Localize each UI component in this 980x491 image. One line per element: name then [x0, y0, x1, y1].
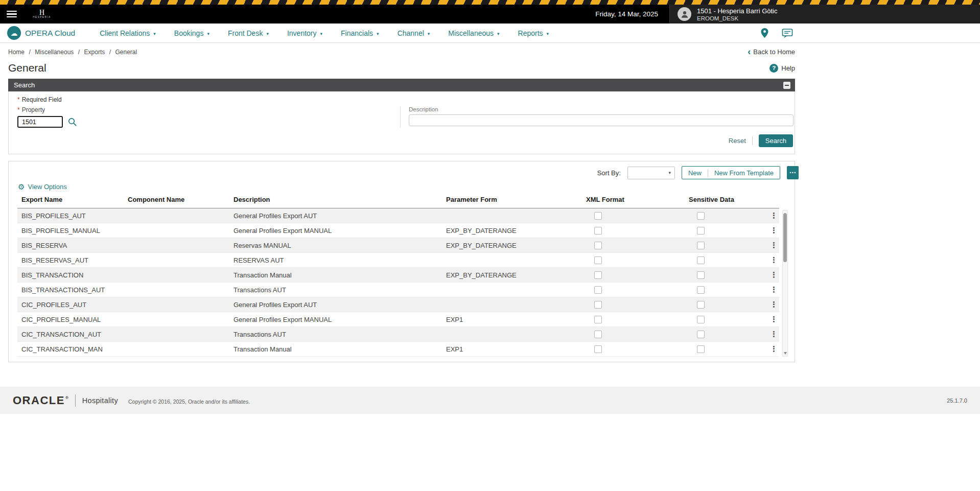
cell-component-name [124, 253, 229, 268]
opera-cloud-logo[interactable]: ☁ OPERA Cloud [7, 26, 75, 40]
location-icon[interactable] [760, 28, 769, 38]
row-actions-icon[interactable]: ⋮ [768, 270, 779, 279]
nav-menu-item[interactable]: Financials ▾ [341, 29, 379, 37]
hamburger-menu-button[interactable] [0, 5, 24, 24]
help-link[interactable]: ? Help [769, 64, 795, 73]
table-row[interactable]: BIS_RESERVA Reservas MANUAL EXP_BY_DATER… [17, 238, 779, 253]
table-row[interactable]: BIS_PROFILES_AUT General Profiles Export… [17, 208, 779, 223]
breadcrumb-separator: / [29, 49, 30, 56]
current-date: Friday, 14 Mar, 2025 [595, 10, 669, 18]
nav-menu-item[interactable]: Client Relations ▾ [100, 29, 156, 37]
xml-format-checkbox[interactable] [594, 242, 602, 249]
cell-description: General Profiles Export AUT [229, 208, 442, 223]
col-sensitive-data: Sensitive Data [685, 193, 764, 208]
col-row-menu [764, 193, 779, 208]
xml-format-checkbox[interactable] [594, 345, 602, 353]
collapse-panel-button[interactable] [783, 82, 790, 89]
table-row[interactable]: CIC_TRANSACTION_MAN Transaction Manual E… [17, 342, 779, 357]
table-row[interactable]: BIS_TRANSACTION Transaction Manual EXP_B… [17, 268, 779, 283]
sensitive-data-checkbox[interactable] [697, 345, 705, 353]
cell-xml-format [582, 312, 685, 327]
sensitive-data-checkbox[interactable] [697, 227, 705, 235]
sensitive-data-checkbox[interactable] [697, 331, 705, 338]
chevron-down-icon: ▾ [668, 170, 671, 175]
table-row[interactable]: BIS_RESERVAS_AUT RESERVAS AUT ⋮ [17, 253, 779, 268]
table-row[interactable]: CIC_TRANSACTION_AUT Transactions AUT ⋮ [17, 327, 779, 342]
col-xml-format: XML Format [582, 193, 685, 208]
search-button[interactable]: Search [759, 134, 793, 147]
xml-format-checkbox[interactable] [594, 256, 602, 264]
xml-format-checkbox[interactable] [594, 301, 602, 309]
xml-format-checkbox[interactable] [594, 316, 602, 323]
sensitive-data-checkbox[interactable] [697, 271, 705, 279]
description-field: Description [401, 106, 795, 128]
scrollbar-down-arrow[interactable] [784, 352, 787, 355]
new-button[interactable]: New [682, 167, 708, 179]
nav-menu-item[interactable]: Inventory ▾ [287, 29, 322, 37]
nav-menu-item[interactable]: Front Desk ▾ [228, 29, 269, 37]
breadcrumb-item[interactable]: Miscellaneous [35, 49, 74, 56]
row-actions-icon[interactable]: ⋮ [768, 344, 779, 353]
table-row[interactable]: CIC_PROFILES_AUT General Profiles Export… [17, 297, 779, 312]
row-actions-icon[interactable]: ⋮ [768, 330, 779, 338]
table-row[interactable]: CIC_PROFILES_MANUAL General Profiles Exp… [17, 312, 779, 327]
xml-format-checkbox[interactable] [594, 227, 602, 235]
new-from-template-button[interactable]: New From Template [708, 167, 780, 179]
row-actions-icon[interactable]: ⋮ [768, 300, 779, 309]
user-menu[interactable]: 1501 - Hesperia Barri Gòtic EROOM_DESK [669, 5, 980, 24]
search-panel-body: *Required Field *Property Description [8, 91, 795, 154]
reset-button[interactable]: Reset [729, 137, 746, 145]
row-actions-icon[interactable]: ⋮ [768, 285, 779, 294]
cell-export-name: BIS_TRANSACTION [17, 268, 124, 283]
minus-icon [785, 85, 789, 86]
row-actions-icon[interactable]: ⋮ [768, 211, 779, 220]
xml-format-checkbox[interactable] [594, 331, 602, 338]
table-scrollbar[interactable] [782, 210, 788, 357]
nav-menu-item[interactable]: Miscellaneous ▾ [448, 29, 499, 37]
search-icon[interactable] [67, 117, 77, 127]
table-row[interactable]: BIS_TRANSACTIONS_AUT Transactions AUT ⋮ [17, 283, 779, 297]
sensitive-data-checkbox[interactable] [697, 301, 705, 309]
footer-subbrand: Hospitality [82, 396, 118, 405]
oracle-logo: ORACLE® [13, 394, 68, 407]
breadcrumb-separator: / [109, 49, 111, 56]
nav-menu-item[interactable]: Channel ▾ [398, 29, 430, 37]
scrollbar-thumb[interactable] [783, 213, 787, 262]
sort-by-label: Sort By: [597, 169, 621, 177]
more-actions-button[interactable]: ⋯ [787, 166, 799, 179]
sensitive-data-checkbox[interactable] [697, 242, 705, 249]
cell-xml-format [582, 327, 685, 342]
messages-icon[interactable] [782, 28, 793, 38]
row-actions-icon[interactable]: ⋮ [768, 315, 779, 323]
breadcrumb-separator: / [78, 49, 80, 56]
cell-sensitive-data [685, 297, 764, 312]
breadcrumb-item[interactable]: Home [8, 49, 25, 56]
description-input[interactable] [409, 114, 794, 126]
sensitive-data-checkbox[interactable] [697, 256, 705, 264]
view-options-link[interactable]: ⚙ View Options [9, 183, 795, 191]
nav-menu-item[interactable]: Reports ▾ [518, 29, 549, 37]
xml-format-checkbox[interactable] [594, 286, 602, 294]
back-to-home-link[interactable]: ‹ Back to Home [748, 48, 795, 56]
row-actions-icon[interactable]: ⋮ [768, 226, 779, 235]
property-input[interactable] [17, 116, 63, 128]
col-description: Description [229, 193, 442, 208]
nav-menu-item[interactable]: Bookings ▾ [174, 29, 209, 37]
exports-table-body: BIS_PROFILES_AUT General Profiles Export… [17, 208, 779, 357]
breadcrumb-item[interactable]: Exports [84, 49, 105, 56]
sensitive-data-checkbox[interactable] [697, 316, 705, 323]
cell-description: General Profiles Export MANUAL [229, 312, 442, 327]
chevron-down-icon: ▾ [428, 30, 430, 36]
chevron-down-icon: ▾ [377, 30, 379, 36]
sensitive-data-checkbox[interactable] [697, 286, 705, 294]
cell-component-name [124, 283, 229, 297]
table-row[interactable]: BIS_PROFILES_MANUAL General Profiles Exp… [17, 223, 779, 238]
cell-export-name: CIC_PROFILES_AUT [17, 297, 124, 312]
xml-format-checkbox[interactable] [594, 271, 602, 279]
row-actions-icon[interactable]: ⋮ [768, 255, 779, 264]
cell-xml-format [582, 208, 685, 223]
sensitive-data-checkbox[interactable] [697, 212, 705, 220]
xml-format-checkbox[interactable] [594, 212, 602, 220]
sort-by-select[interactable]: ▾ [627, 167, 675, 179]
row-actions-icon[interactable]: ⋮ [768, 241, 779, 249]
